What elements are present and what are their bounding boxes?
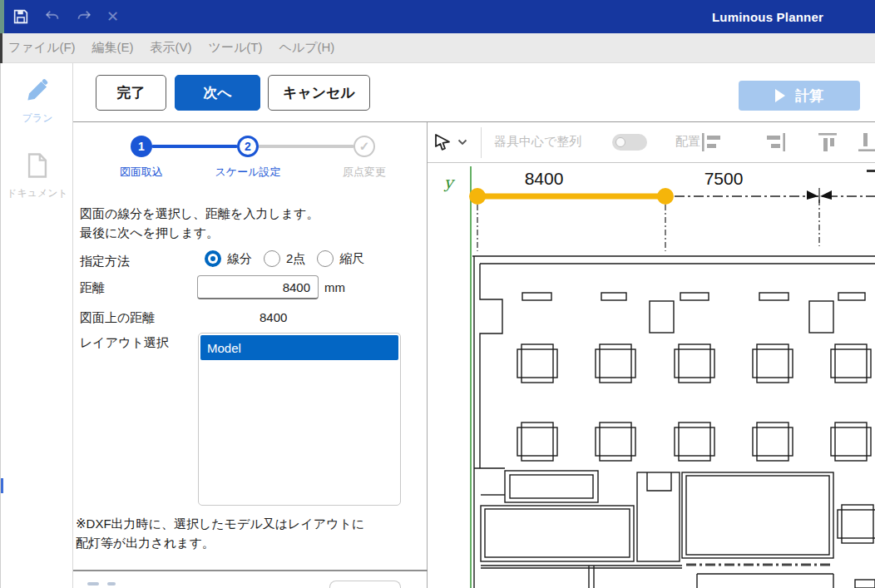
cropped-content (87, 582, 99, 586)
menu-view[interactable]: 表示(V) (151, 40, 192, 56)
desktop-corner (0, 0, 4, 35)
undo-icon[interactable] (43, 7, 62, 26)
sidebar-plan-label: プラン (1, 111, 74, 126)
dimension-arrow-left (807, 190, 818, 200)
menubar: ファイル(F) 編集(E) 表示(V) ツール(T) ヘルプ(H) (0, 33, 875, 63)
drawing-distance-label: 図面上の距離 (80, 310, 155, 326)
dxf-note-line2: 配灯等が出力されます。 (76, 536, 215, 551)
window-edge (0, 33, 2, 63)
list-item-model[interactable]: Model (200, 335, 398, 360)
section-divider (73, 570, 428, 571)
selected-measure-line[interactable] (469, 188, 674, 205)
radio-scale[interactable]: 縮尺 (317, 250, 364, 267)
method-label: 指定方法 (80, 254, 130, 269)
radio-two-points-label: 2点 (286, 251, 305, 267)
titlebar: ✕ Luminous Planner (0, 0, 875, 33)
luminous-planner-window: ✕ Luminous Planner ファイル(F) 編集(E) 表示(V) ツ… (0, 0, 875, 588)
chevron-down-icon (457, 139, 467, 146)
action-toolbar: 完了 次へ キャンセル 計算 (73, 63, 875, 122)
instruction-line2: 最後に次へを押します。 (80, 225, 219, 241)
wizard-step3-check-icon: ✓ (353, 136, 375, 157)
redo-icon[interactable] (75, 7, 93, 26)
columns-row2 (517, 422, 871, 461)
sidebar-item-document[interactable]: ドキュメント (1, 151, 74, 200)
window-title: Luminous Planner (712, 0, 823, 33)
next-button[interactable]: 次へ (175, 75, 260, 111)
wizard-step1-label: 図面取込 (91, 165, 191, 180)
cursor-icon (433, 131, 452, 153)
cropped-content (107, 582, 116, 586)
align-right-icon[interactable] (764, 131, 787, 153)
play-icon (775, 89, 785, 102)
wizard-step2-label: スケール設定 (198, 165, 298, 180)
wizard-step2-circle: 2 (237, 136, 259, 157)
calculate-button[interactable]: 計算 (739, 81, 860, 111)
cad-canvas[interactable]: y 8400 7500 (428, 163, 875, 588)
cancel-button[interactable]: キャンセル (268, 75, 370, 111)
radio-scale-label: 縮尺 (339, 251, 364, 267)
close-icon[interactable]: ✕ (106, 7, 119, 26)
floor-plan-drawing: y 8400 7500 (428, 163, 875, 588)
distance-label: 距離 (80, 280, 105, 296)
cropped-button[interactable] (329, 581, 401, 588)
distance-unit: mm (324, 280, 345, 294)
drawing-distance-value: 8400 (260, 310, 287, 324)
wizard-step1-circle: 1 (131, 136, 152, 157)
instruction-line1: 図面の線分を選択し、距離を入力します。 (80, 206, 319, 222)
wizard-step3-label: 原点変更 (314, 165, 414, 180)
document-icon (23, 151, 52, 180)
sidebar-document-label: ドキュメント (1, 186, 74, 200)
align-top-icon[interactable] (817, 131, 840, 153)
pencil-icon (23, 77, 52, 105)
dimension-8400: 8400 (525, 169, 564, 188)
floor-plan-walls (472, 256, 875, 588)
sidebar-item-plan[interactable]: プラン (1, 77, 74, 126)
radio-icon-selected (205, 250, 221, 267)
dxf-note-line1: ※DXF出力時に、選択したモデル又はレイアウトに (76, 516, 364, 532)
calculate-label: 計算 (795, 86, 823, 106)
cropped-dimension-mark (867, 170, 875, 172)
menu-file[interactable]: ファイル(F) (8, 40, 76, 56)
wizard-connector-done (151, 145, 238, 148)
radio-line-segment[interactable]: 線分 (205, 250, 252, 267)
mode-sidebar: プラン ドキュメント (0, 63, 73, 588)
radio-line-segment-label: 線分 (227, 251, 252, 267)
method-radio-group: 線分 2点 縮尺 (205, 250, 364, 267)
done-button[interactable]: 完了 (96, 75, 166, 111)
align-fixture-center-toggle[interactable] (612, 134, 647, 151)
place-label: 配置 (675, 134, 700, 150)
radio-two-points[interactable]: 2点 (264, 250, 305, 267)
distance-input[interactable] (197, 275, 319, 299)
select-tool-dropdown[interactable] (433, 129, 476, 156)
dimension-7500: 7500 (704, 169, 744, 188)
toolbar-divider (481, 127, 482, 158)
wizard-connector-pending (258, 145, 354, 148)
columns-row1 (517, 344, 871, 383)
save-icon[interactable] (12, 7, 30, 26)
dimension-arrow-right (820, 190, 832, 200)
layout-listbox[interactable]: Model (198, 333, 401, 506)
radio-icon (317, 250, 334, 267)
menu-edit[interactable]: 編集(E) (92, 40, 134, 56)
radio-icon (264, 250, 280, 267)
menu-help[interactable]: ヘルプ(H) (279, 40, 334, 56)
scale-settings-panel: 1 2 ✓ 図面取込 スケール設定 原点変更 図面の線分を選択し、距離を入力しま… (73, 122, 428, 588)
drawing-area: 器具中心で整列 配置 (428, 122, 875, 588)
toggle-knob (615, 137, 625, 147)
align-fixture-center-label: 器具中心で整列 (494, 134, 581, 150)
align-left-icon[interactable] (700, 131, 724, 153)
cad-toolbar: 器具中心で整列 配置 (428, 122, 875, 163)
menu-tools[interactable]: ツール(T) (209, 40, 263, 56)
y-axis-label: y (443, 173, 456, 192)
layout-select-label: レイアウト選択 (80, 335, 169, 351)
align-bottom-icon[interactable] (857, 131, 875, 153)
selection-indicator (1, 478, 3, 493)
